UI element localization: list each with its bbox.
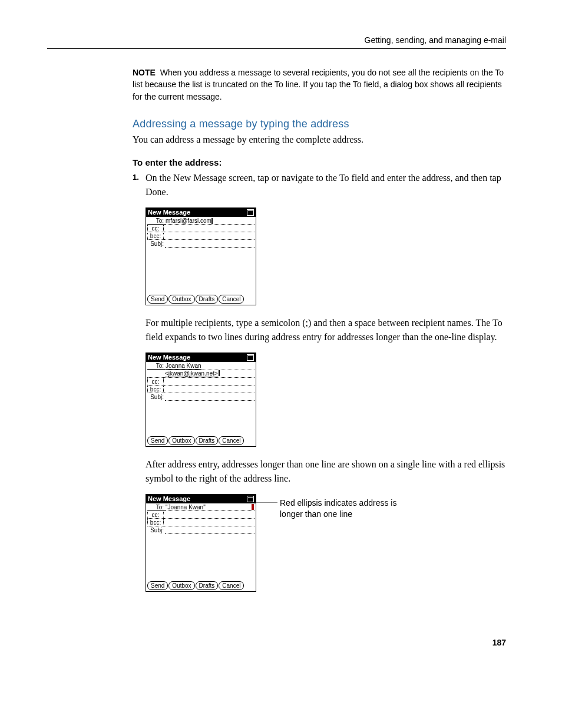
cancel-button[interactable]: Cancel [219, 581, 244, 590]
cc-label[interactable]: cc: [147, 512, 164, 519]
page-number: 187 [47, 638, 506, 647]
message-body[interactable] [146, 248, 256, 294]
callout-leader-line [256, 502, 277, 503]
drafts-button[interactable]: Drafts [196, 581, 219, 590]
to-field[interactable]: "Joanna Kwan" [165, 504, 254, 511]
pda-title: New Message [148, 495, 190, 502]
pda-title-bar: New Message [146, 208, 256, 217]
pda-title-bar: New Message [146, 495, 256, 503]
screenshot-new-message-1: New Message To: mfarsi@farsi.com cc: bcc… [146, 207, 256, 305]
menu-icon[interactable] [247, 209, 254, 216]
procedure-heading: To enter the address: [133, 157, 506, 167]
screenshot-new-message-3: New Message To: "Joanna Kwan" cc: bcc: [146, 494, 256, 592]
ellipsis-paragraph: After address entry, addresses longer th… [146, 457, 506, 486]
section-heading: Addressing a message by typing the addre… [133, 118, 506, 130]
to-label[interactable]: To: [147, 363, 165, 370]
to-label[interactable]: To: [147, 504, 165, 511]
cancel-button[interactable]: Cancel [219, 436, 244, 445]
message-body[interactable] [146, 534, 256, 580]
red-ellipsis-icon [252, 504, 254, 510]
send-button[interactable]: Send [147, 581, 168, 590]
cc-field[interactable] [164, 225, 254, 232]
multi-recipient-paragraph: For multiple recipients, type a semicolo… [146, 316, 506, 344]
pda-title: New Message [148, 209, 190, 216]
cc-field[interactable] [164, 378, 254, 386]
cc-field[interactable] [164, 512, 254, 519]
menu-icon[interactable] [247, 496, 254, 502]
bcc-label[interactable]: bcc: [147, 233, 164, 240]
drafts-button[interactable]: Drafts [196, 436, 219, 445]
bcc-field[interactable] [164, 519, 254, 526]
drafts-button[interactable]: Drafts [196, 295, 219, 304]
running-head: Getting, sending, and managing e-mail [47, 35, 506, 45]
bcc-field[interactable] [164, 386, 254, 393]
outbox-button[interactable]: Outbox [168, 295, 194, 304]
send-button[interactable]: Send [147, 295, 168, 304]
subj-field[interactable] [165, 394, 254, 401]
to-field-line1[interactable]: Joanna Kwan [165, 363, 254, 370]
cc-label[interactable]: cc: [147, 225, 164, 232]
bcc-field[interactable] [164, 233, 254, 240]
intro-paragraph: You can address a message by entering th… [133, 133, 506, 147]
step-number: 1. [133, 171, 146, 182]
note-label: NOTE [133, 68, 156, 77]
note-text: When you address a message to several re… [133, 68, 504, 101]
bcc-label[interactable]: bcc: [147, 386, 164, 393]
header-rule [47, 48, 506, 49]
outbox-button[interactable]: Outbox [168, 436, 194, 445]
subj-field[interactable] [165, 527, 254, 534]
bcc-label[interactable]: bcc: [147, 519, 164, 526]
to-field-line2[interactable]: <jkwan@jkwan.net> [147, 370, 254, 378]
note-block: NOTE When you address a message to sever… [133, 67, 506, 103]
subj-field[interactable] [165, 241, 254, 248]
screenshot-new-message-2: New Message To: Joanna Kwan <jkwan@jkwan… [146, 353, 256, 447]
subj-label[interactable]: Subj: [147, 527, 165, 533]
cancel-button[interactable]: Cancel [219, 295, 244, 304]
to-label[interactable]: To: [147, 218, 165, 225]
pda-title: New Message [148, 354, 190, 361]
step-text: On the New Message screen, tap or naviga… [146, 171, 506, 199]
to-field[interactable]: mfarsi@farsi.com [165, 218, 254, 225]
pda-title-bar: New Message [146, 353, 256, 362]
message-body[interactable] [146, 401, 256, 435]
callout-text: Red ellipsis indicates address is longer… [280, 498, 415, 520]
send-button[interactable]: Send [147, 436, 168, 445]
cc-label[interactable]: cc: [147, 378, 164, 386]
subj-label[interactable]: Subj: [147, 394, 165, 400]
menu-icon[interactable] [247, 354, 254, 361]
subj-label[interactable]: Subj: [147, 241, 165, 247]
outbox-button[interactable]: Outbox [168, 581, 194, 590]
